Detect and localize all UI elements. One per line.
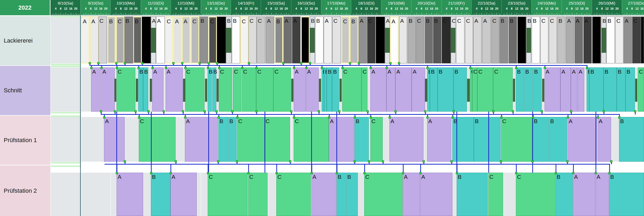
job-bar[interactable]: A (185, 117, 218, 162)
job-bar[interactable]: C (362, 67, 367, 112)
job-bar[interactable]: C (209, 17, 217, 63)
job-bar[interactable]: C (456, 17, 464, 63)
job-bar[interactable]: C (370, 117, 383, 162)
job-bar[interactable]: B (199, 17, 208, 63)
job-bar[interactable]: C (98, 17, 107, 63)
job-bar[interactable]: A (152, 67, 163, 112)
job-bar[interactable]: C (416, 17, 424, 63)
job-bar[interactable]: A (624, 17, 632, 63)
job-bar[interactable]: B (427, 67, 430, 112)
job-bar[interactable]: A (573, 173, 595, 216)
job-bar[interactable]: A (166, 67, 183, 112)
job-bar[interactable]: B (218, 117, 228, 162)
job-bar[interactable]: B (500, 17, 508, 63)
job-bar[interactable]: B (232, 17, 240, 63)
job-bar[interactable]: C (465, 17, 473, 63)
job-bar[interactable] (641, 17, 644, 63)
job-bar[interactable]: B (138, 67, 143, 112)
job-bar[interactable]: C (477, 67, 493, 112)
job-bar[interactable]: C (117, 67, 135, 112)
job-bar[interactable]: A (173, 17, 182, 63)
job-bar[interactable]: C (257, 17, 265, 63)
job-bar[interactable]: A (292, 17, 300, 63)
job-bar[interactable]: B (322, 67, 324, 112)
job-bar[interactable]: B (151, 173, 170, 216)
job-bar[interactable]: A (583, 17, 592, 63)
job-bar[interactable]: A (403, 173, 420, 216)
job-bar[interactable]: B (212, 67, 216, 112)
job-bar[interactable]: B (533, 67, 542, 112)
job-bar[interactable]: B (430, 67, 438, 112)
job-bar[interactable]: B (457, 173, 488, 216)
job-bar[interactable]: B (617, 67, 626, 112)
job-bar[interactable]: A (575, 17, 583, 63)
job-bar[interactable] (518, 17, 526, 63)
job-bar[interactable] (592, 17, 601, 63)
job-bar[interactable]: B (453, 67, 467, 112)
job-bar[interactable]: A (90, 17, 98, 63)
job-bar[interactable]: B (606, 17, 615, 63)
job-bar[interactable]: C (501, 117, 532, 162)
job-bar[interactable]: A (482, 17, 491, 63)
job-bar[interactable]: C (237, 117, 265, 162)
job-bar[interactable]: C (185, 67, 204, 112)
job-bar[interactable]: A (399, 17, 407, 63)
job-bar[interactable]: C (233, 67, 241, 112)
job-bar[interactable]: B (509, 17, 517, 63)
job-bar[interactable]: B (619, 117, 644, 162)
job-bar[interactable]: C (240, 17, 248, 63)
job-bar[interactable]: B (350, 17, 358, 63)
job-bar[interactable]: C (208, 173, 248, 216)
job-bar[interactable]: B (324, 67, 327, 112)
job-bar[interactable]: A (386, 67, 395, 112)
job-bar[interactable]: B (516, 67, 524, 112)
job-bar[interactable]: A (81, 17, 90, 63)
job-bar[interactable]: B (524, 67, 533, 112)
job-bar[interactable]: A (595, 173, 609, 216)
job-bar[interactable]: B (589, 67, 604, 112)
job-bar[interactable]: A (284, 17, 292, 63)
job-bar[interactable]: A (91, 67, 101, 112)
job-bar[interactable]: A (117, 173, 143, 216)
job-bar[interactable]: A (101, 67, 115, 112)
job-bar[interactable]: B (474, 117, 501, 162)
job-bar[interactable]: B (609, 173, 644, 216)
job-bar[interactable]: A (571, 67, 577, 112)
job-bar[interactable]: B (355, 117, 369, 162)
job-bar[interactable]: A (182, 17, 190, 63)
job-bar[interactable]: B (604, 67, 617, 112)
job-bar[interactable] (142, 17, 151, 63)
job-bar[interactable]: B (556, 173, 573, 216)
job-bar[interactable]: B (332, 67, 339, 112)
job-bar[interactable]: C (488, 173, 503, 216)
job-bar[interactable]: A (420, 173, 452, 216)
job-bar[interactable]: C (242, 67, 256, 112)
job-bar[interactable]: B (315, 17, 323, 63)
job-bar[interactable]: A (359, 17, 367, 63)
job-bar[interactable]: C (364, 173, 403, 216)
job-bar[interactable]: A (370, 67, 386, 112)
job-bar[interactable]: B (557, 17, 565, 63)
job-bar[interactable] (376, 17, 385, 63)
job-bar[interactable]: B (587, 67, 589, 112)
job-bar[interactable]: C (540, 17, 548, 63)
job-bar[interactable]: C (256, 67, 273, 112)
job-bar[interactable]: A (412, 67, 425, 112)
job-bar[interactable]: C (139, 117, 176, 162)
job-bar[interactable]: C (491, 17, 499, 63)
job-bar[interactable]: A (598, 117, 611, 162)
job-bar[interactable]: B (549, 117, 567, 162)
job-bar[interactable]: C (265, 117, 290, 162)
job-bar[interactable]: C (367, 17, 375, 63)
job-bar[interactable]: A (395, 67, 412, 112)
job-bar[interactable]: A (560, 67, 571, 112)
job-bar[interactable]: A (427, 117, 451, 162)
job-bar[interactable]: B (337, 173, 346, 216)
job-bar[interactable]: C (342, 67, 362, 112)
job-bar[interactable]: A (104, 117, 125, 162)
job-bar[interactable]: C (248, 173, 267, 216)
job-bar[interactable]: C (615, 17, 623, 63)
job-bar[interactable]: B (626, 67, 635, 112)
job-bar[interactable]: C (549, 17, 557, 63)
job-bar[interactable]: A (294, 67, 306, 112)
